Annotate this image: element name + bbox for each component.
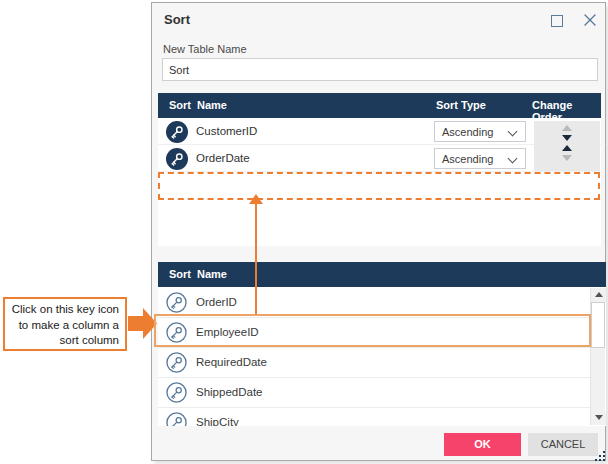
sort-dialog: Sort New Table Name Sort Name Sort Type … xyxy=(151,2,606,461)
table-row-highlighted[interactable]: EmployeeID xyxy=(158,318,590,348)
column-name: OrderID xyxy=(196,296,237,308)
scroll-down-button[interactable] xyxy=(591,411,606,425)
resize-grip-icon[interactable] xyxy=(595,448,606,459)
right-block-arrow-icon xyxy=(128,308,157,343)
available-columns-table: Sort Name OrderID EmployeeID Require xyxy=(158,262,606,426)
up-arrow-line xyxy=(255,203,257,314)
screenshot-canvas: Sort New Table Name Sort Name Sort Type … xyxy=(0,0,608,464)
move-down-button[interactable] xyxy=(562,135,572,141)
chevron-down-icon xyxy=(508,154,518,164)
sorted-column-name: OrderDate xyxy=(196,152,250,164)
annotation-callout: Click on this key icon to make a column … xyxy=(3,297,127,351)
key-icon-outline[interactable] xyxy=(166,322,187,343)
available-table-header: Sort Name xyxy=(158,262,606,287)
col-header-sort: Sort xyxy=(169,268,191,280)
table-row[interactable]: ShipCity xyxy=(158,408,590,426)
change-order-panel xyxy=(534,121,600,171)
col-header-sort: Sort xyxy=(169,99,191,111)
key-icon-outline[interactable] xyxy=(166,382,187,403)
cancel-button[interactable]: CANCEL xyxy=(528,433,598,456)
key-icon-filled[interactable] xyxy=(166,121,188,143)
table-row[interactable]: RequiredDate xyxy=(158,348,590,378)
table-row[interactable]: ShippedDate xyxy=(158,378,590,408)
sort-type-value: Ascending xyxy=(442,153,493,165)
new-table-name-label: New Table Name xyxy=(163,43,247,55)
column-name: EmployeeID xyxy=(196,326,259,338)
new-table-name-input[interactable] xyxy=(162,58,598,81)
move-down-button-disabled xyxy=(562,155,572,161)
column-name: ShipCity xyxy=(196,416,239,426)
move-up-button-disabled xyxy=(562,125,572,131)
ok-button[interactable]: OK xyxy=(444,433,521,456)
col-header-name: Name xyxy=(197,268,227,280)
dialog-title: Sort xyxy=(164,12,190,27)
close-icon[interactable] xyxy=(581,11,599,29)
sort-type-dropdown[interactable]: Ascending xyxy=(434,148,526,169)
key-icon-outline[interactable] xyxy=(166,352,187,373)
scrollbar-thumb[interactable] xyxy=(591,302,605,348)
sorted-table-header: Sort Name Sort Type Change Order xyxy=(158,93,601,118)
sort-type-dropdown[interactable]: Ascending xyxy=(434,121,526,142)
key-icon-outline[interactable] xyxy=(166,292,187,313)
chevron-down-icon xyxy=(508,127,518,137)
key-icon-outline[interactable] xyxy=(166,412,187,426)
col-header-sort-type: Sort Type xyxy=(436,99,486,111)
sort-type-value: Ascending xyxy=(442,126,493,138)
annotation-line: sort column xyxy=(60,334,119,346)
maximize-icon[interactable] xyxy=(551,15,563,27)
sorted-columns-table: Sort Name Sort Type Change Order Custome… xyxy=(158,93,601,246)
key-icon-filled[interactable] xyxy=(166,148,188,170)
annotation-line: Click on this key icon xyxy=(12,303,119,315)
vertical-scrollbar[interactable] xyxy=(590,288,605,425)
scroll-up-button[interactable] xyxy=(591,288,606,302)
drop-zone[interactable] xyxy=(158,172,600,200)
column-name: RequiredDate xyxy=(196,356,267,368)
table-row[interactable]: OrderID xyxy=(158,288,590,318)
annotation-line: to make a column a xyxy=(19,319,119,331)
column-name: ShippedDate xyxy=(196,386,263,398)
col-header-name: Name xyxy=(197,99,227,111)
move-up-button[interactable] xyxy=(562,145,572,151)
sorted-column-name: CustomerID xyxy=(196,125,257,137)
